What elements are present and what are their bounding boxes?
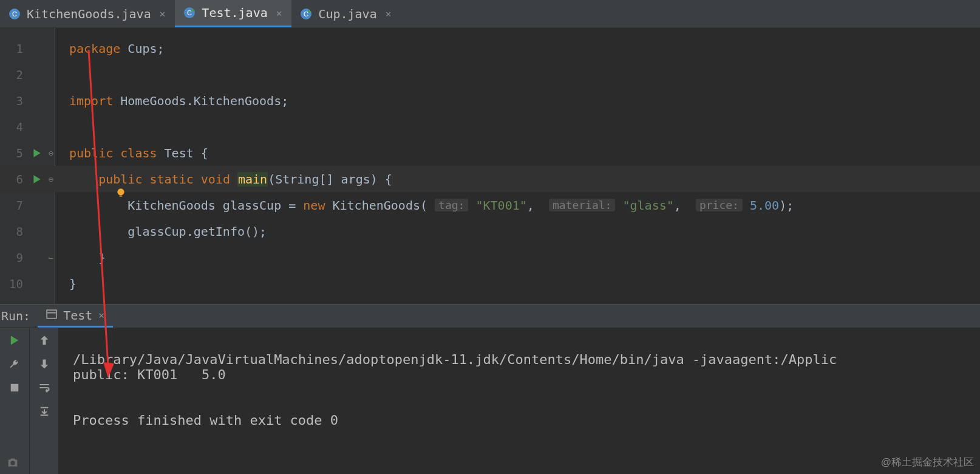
soft-wrap-icon[interactable] bbox=[38, 382, 50, 397]
var-decl: glassCup = bbox=[216, 198, 304, 213]
param-hint: price: bbox=[696, 199, 743, 211]
keyword-static: static bbox=[149, 172, 193, 187]
param-hint: material: bbox=[549, 199, 616, 211]
rerun-icon[interactable] bbox=[9, 334, 21, 349]
tab-cup[interactable]: C Cup.java ✕ bbox=[291, 0, 401, 27]
param-list: (String[] args) { bbox=[268, 172, 392, 187]
brace: } bbox=[69, 276, 77, 291]
console-output[interactable]: /Library/Java/JavaVirtualMachines/adopto… bbox=[58, 328, 980, 474]
class-name: Test bbox=[165, 146, 194, 160]
java-runnable-file-icon: C bbox=[183, 7, 196, 19]
run-output-panel: /Library/Java/JavaVirtualMachines/adopto… bbox=[0, 328, 980, 474]
tab-kitchengoods[interactable]: C KitchenGoods.java ✕ bbox=[0, 0, 175, 27]
close-icon[interactable]: ✕ bbox=[98, 309, 104, 321]
keyword-void: void bbox=[201, 172, 230, 187]
keyword-package: package bbox=[69, 41, 120, 56]
svg-marker-8 bbox=[33, 149, 40, 157]
param-hint: tag: bbox=[435, 199, 468, 211]
svg-text:C: C bbox=[304, 10, 308, 18]
run-label: Run: bbox=[0, 309, 38, 323]
number-literal: 5.00 bbox=[750, 198, 779, 213]
scroll-to-end-icon[interactable] bbox=[38, 405, 50, 421]
watermark-text: @稀土掘金技术社区 bbox=[881, 455, 974, 469]
down-arrow-icon[interactable] bbox=[38, 358, 50, 373]
code-text: HomeGoods.KitchenGoods; bbox=[113, 94, 288, 108]
wrench-icon[interactable] bbox=[9, 358, 21, 373]
line-number: 9 bbox=[6, 251, 23, 264]
svg-text:C: C bbox=[12, 10, 17, 18]
run-toolbar-left bbox=[0, 328, 29, 474]
java-runnable-file-icon: C bbox=[300, 8, 312, 20]
camera-icon bbox=[6, 456, 19, 469]
method-call: getInfo bbox=[194, 224, 245, 239]
ctor-call: KitchenGoods( bbox=[325, 198, 427, 213]
console-stdout: public: KT001 5.0 bbox=[73, 367, 226, 382]
console-exit: Process finished with exit code 0 bbox=[73, 413, 338, 428]
run-gutter-icon[interactable] bbox=[32, 148, 43, 159]
java-file-icon: C bbox=[9, 8, 21, 20]
editor-tabbar: C KitchenGoods.java ✕ C Test.java ✕ C Cu… bbox=[0, 0, 980, 28]
keyword-public: public bbox=[98, 172, 142, 187]
line-number: 7 bbox=[6, 199, 23, 212]
method-main: main bbox=[237, 172, 268, 187]
line-number: 2 bbox=[6, 68, 23, 81]
close-icon[interactable]: ✕ bbox=[276, 7, 282, 19]
svg-marker-9 bbox=[33, 175, 40, 184]
stop-icon[interactable] bbox=[9, 382, 21, 397]
fold-end-icon[interactable]: ⌙ bbox=[49, 253, 53, 263]
var-ref: glassCup. bbox=[128, 224, 193, 239]
fold-icon[interactable]: ⊖ bbox=[49, 174, 53, 184]
line-number: 5 bbox=[6, 146, 23, 160]
svg-text:C: C bbox=[187, 9, 192, 16]
line-number: 3 bbox=[6, 94, 23, 108]
tab-test[interactable]: C Test.java ✕ bbox=[175, 0, 291, 27]
close-icon[interactable]: ✕ bbox=[160, 8, 166, 19]
line-number: 1 bbox=[6, 42, 23, 55]
keyword-new: new bbox=[303, 198, 325, 213]
string-literal: "KT001" bbox=[475, 198, 526, 213]
up-arrow-icon[interactable] bbox=[38, 334, 50, 349]
line-number: 10 bbox=[6, 277, 23, 290]
fold-icon[interactable]: ⊖ bbox=[49, 148, 53, 158]
tab-label: KitchenGoods.java bbox=[27, 7, 151, 21]
run-config-tab[interactable]: Test ✕ bbox=[38, 304, 113, 328]
keyword-import: import bbox=[69, 94, 113, 108]
run-toolwindow-header: Run: Test ✕ bbox=[0, 304, 980, 328]
line-number: 6 bbox=[6, 173, 23, 186]
intention-bulb-icon[interactable] bbox=[57, 172, 68, 183]
layout-icon bbox=[46, 308, 57, 323]
tab-label: Test.java bbox=[202, 5, 267, 20]
svg-marker-14 bbox=[11, 336, 19, 345]
run-toolbar-secondary bbox=[29, 328, 58, 474]
console-command: /Library/Java/JavaVirtualMachines/adopto… bbox=[73, 352, 837, 367]
line-number: 8 bbox=[6, 225, 23, 238]
keyword-class: class bbox=[120, 146, 157, 160]
keyword-public: public bbox=[69, 146, 113, 160]
type-ref: KitchenGoods bbox=[128, 198, 216, 213]
code-area[interactable]: package Cups; import HomeGoods.KitchenGo… bbox=[55, 28, 980, 304]
brace: { bbox=[194, 146, 208, 160]
code-text: Cups; bbox=[120, 41, 164, 56]
run-gutter-icon[interactable] bbox=[32, 174, 43, 185]
line-gutter: 1 2 3 4 5 ⊖ 6 ⊖ 7 8 9⌙ 10 bbox=[0, 28, 55, 304]
run-tab-label: Test bbox=[63, 308, 92, 323]
code-editor[interactable]: 1 2 3 4 5 ⊖ 6 ⊖ 7 8 9⌙ 10 package Cups; … bbox=[0, 28, 980, 304]
svg-rect-12 bbox=[47, 310, 56, 318]
line-number: 4 bbox=[6, 120, 23, 134]
close-icon[interactable]: ✕ bbox=[386, 8, 392, 19]
brace: } bbox=[98, 250, 106, 265]
svg-rect-15 bbox=[11, 384, 19, 392]
string-literal: "glass" bbox=[623, 198, 674, 213]
tab-label: Cup.java bbox=[318, 7, 376, 21]
